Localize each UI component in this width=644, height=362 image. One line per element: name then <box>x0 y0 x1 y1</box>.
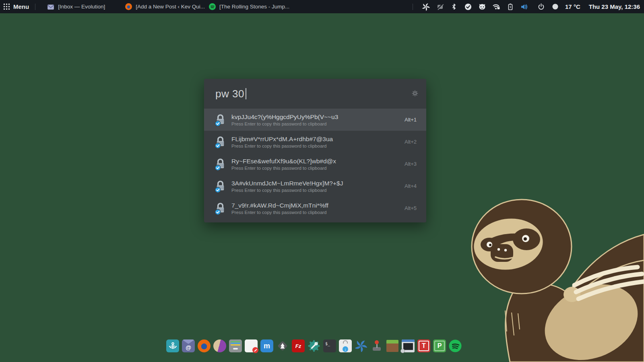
app-launcher-window: pw 30 <box>204 79 426 222</box>
window-button-spotify[interactable]: [The Rolling Stones - Jump... <box>209 3 289 10</box>
software-store-icon[interactable]: ↓ <box>339 339 352 352</box>
result-hint-text: Press Enter to copy this password to cli… <box>231 121 338 126</box>
result-hint-text: Press Enter to copy this password to cli… <box>231 188 343 193</box>
sloth-wallpaper-illustration <box>466 197 644 362</box>
password-result-row[interactable]: FLijbm#V*rrUPx*dM.A+rdhb#7@3ua Press Ent… <box>204 131 426 153</box>
download-arrow-badge: ↓ <box>343 346 348 352</box>
generated-password-text: kvpJJu4c?(y%HggcdPyUy%Pb(V~~u3 <box>231 113 338 121</box>
applications-menu-button[interactable]: Menu <box>3 3 29 10</box>
evolution-mail-icon <box>47 4 54 10</box>
password-result-row[interactable]: 7_v9!r.#kAW.Rd~CmjMiX,mTni*%ff Press Ent… <box>204 197 426 219</box>
package-tools-gear-icon[interactable] <box>308 339 320 352</box>
document-editor-icon[interactable] <box>245 339 258 352</box>
top-panel: Menu [Inbox — Evolution] [Add a New Post… <box>0 0 644 13</box>
updates-check-icon[interactable] <box>464 3 472 11</box>
result-shortcut-label: Alt+2 <box>400 139 417 145</box>
spotify-icon[interactable] <box>449 339 462 352</box>
panel-right-section: 17 °C Thu 23 May, 12:36 <box>410 3 644 11</box>
power-icon[interactable] <box>537 3 545 11</box>
minecraft-icon[interactable] <box>386 339 399 352</box>
terminal-icon[interactable]: $_ <box>323 339 336 352</box>
wifi-secure-icon[interactable] <box>492 3 500 11</box>
firefox-icon <box>125 3 132 10</box>
spotify-icon <box>209 3 216 10</box>
panel-clock[interactable]: Thu 23 May, 12:36 <box>586 3 640 10</box>
octocat-icon[interactable] <box>478 3 486 11</box>
redshift-sun-icon[interactable] <box>551 3 559 11</box>
text-cursor <box>246 88 246 99</box>
result-shortcut-label: Alt+3 <box>400 161 417 167</box>
at-glyph: @ <box>186 344 191 351</box>
result-shortcut-label: Alt+4 <box>400 183 417 189</box>
mastodon-icon[interactable]: m <box>260 339 273 352</box>
battery-charging-icon[interactable] <box>506 3 514 11</box>
password-lock-icon <box>214 113 227 126</box>
window-title: [The Rolling Stones - Jump... <box>219 4 289 10</box>
volume-icon[interactable] <box>520 3 528 11</box>
filezilla-icon[interactable]: Fz <box>292 339 305 352</box>
result-hint-text: Press Enter to copy this password to cli… <box>231 144 333 148</box>
bluetooth-icon[interactable] <box>450 3 458 11</box>
joystick-icon[interactable] <box>370 339 383 352</box>
photos-swirl-icon[interactable] <box>355 339 367 352</box>
panel-separator <box>35 4 35 10</box>
window-title: [Add a New Post ‹ Kev Qui... <box>136 4 205 10</box>
temperature-indicator[interactable]: 17 °C <box>565 3 580 10</box>
result-shortcut-label: Alt+5 <box>400 205 417 211</box>
password-result-row[interactable]: kvpJJu4c?(y%HggcdPyUy%Pb(V~~u3 Press Ent… <box>204 109 426 131</box>
password-lock-icon <box>214 157 227 171</box>
generated-password-text: 7_v9!r.#kAW.Rd~CmjMiX,mTni*%ff <box>231 202 328 209</box>
password-lock-icon <box>214 179 227 193</box>
music-player-icon[interactable] <box>213 339 226 352</box>
green-p-app-icon[interactable]: P <box>433 339 446 352</box>
password-result-row[interactable]: 3A#vkUnmdJcM~LmRmeVe!Hgx]M?+$J Press Ent… <box>204 175 426 197</box>
panel-left-section: Menu [Inbox — Evolution] [Add a New Post… <box>0 3 289 10</box>
sloth-nostril <box>497 248 500 251</box>
generated-password-text: Ry~FEse&wefufXf9u&o(KL?]wb#d@x <box>231 158 336 165</box>
file-cabinet-icon[interactable] <box>229 339 242 352</box>
dock: @ m Fz <box>166 339 462 352</box>
emulator-window-icon[interactable] <box>402 339 415 352</box>
menu-label: Menu <box>13 3 29 10</box>
generated-password-text: FLijbm#V*rrUPx*dM.A+rdhb#7@3ua <box>231 136 333 143</box>
window-button-firefox[interactable]: [Add a New Post ‹ Kev Qui... <box>125 3 205 10</box>
generated-password-text: 3A#vkUnmdJcM~LmRmeVe!Hgx]M?+$J <box>231 180 343 187</box>
edit-pencil-badge <box>252 347 258 353</box>
sloth-nostril <box>504 249 507 251</box>
result-shortcut-label: Alt+1 <box>400 117 417 123</box>
anchor-app-icon[interactable] <box>166 339 179 352</box>
panel-separator <box>413 4 413 10</box>
window-button-evolution[interactable]: [Inbox — Evolution] <box>47 4 105 10</box>
evolution-mail-icon[interactable]: @ <box>182 339 195 352</box>
inkscape-icon[interactable] <box>276 339 289 352</box>
app-grid-icon <box>3 3 10 10</box>
password-lock-icon <box>214 135 227 148</box>
launcher-settings-gear-icon[interactable] <box>412 90 418 98</box>
red-t-app-icon[interactable]: T <box>417 339 430 352</box>
launcher-search-field[interactable]: pw 30 <box>204 79 426 109</box>
result-hint-text: Press Enter to copy this password to cli… <box>231 166 336 171</box>
password-result-row[interactable]: Ry~FEse&wefufXf9u&o(KL?]wb#d@x Press Ent… <box>204 153 426 175</box>
window-title: [Inbox — Evolution] <box>58 4 105 10</box>
password-lock-icon <box>214 202 227 215</box>
firefox-icon[interactable] <box>198 339 211 352</box>
result-hint-text: Press Enter to copy this password to cli… <box>231 210 328 215</box>
slashed-indicator-icon[interactable] <box>436 3 444 11</box>
search-query-text: pw 30 <box>215 88 244 100</box>
shutter-swirl-icon[interactable] <box>422 3 430 11</box>
